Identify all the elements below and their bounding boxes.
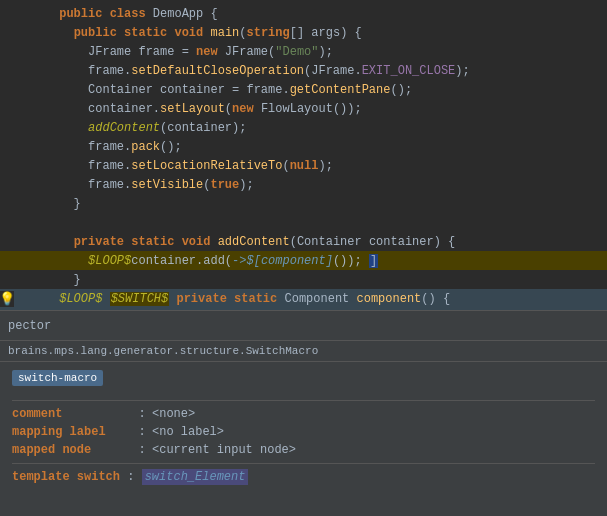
table-row: mapped node : <current input node>: [12, 441, 595, 459]
prop-value-comment: <none>: [152, 405, 595, 423]
template-switch-value: switch_Element: [142, 469, 249, 485]
prop-key-mapping: mapping label: [12, 423, 132, 441]
template-switch-colon: :: [127, 470, 141, 484]
line-content-17: return null;: [14, 297, 603, 311]
prop-key-mapped: mapped node: [12, 441, 132, 459]
prop-value-mapped: <current input node>: [152, 441, 595, 459]
code-editor: public class DemoApp { public static voi…: [0, 0, 607, 310]
prop-colon: :: [132, 423, 152, 441]
prop-value-mapping: <no label>: [152, 423, 595, 441]
divider: [12, 400, 595, 401]
bottom-panel: brains.mps.lang.generator.structure.Swit…: [0, 340, 607, 516]
bottom-content: switch-macro comment : <none> mapping la…: [0, 362, 607, 492]
template-switch-label: template switch: [12, 470, 120, 484]
inspector-label: pector: [8, 319, 51, 333]
code: }: [59, 197, 81, 211]
prop-key-comment: comment: [12, 405, 132, 423]
table-row: mapping label : <no label>: [12, 423, 595, 441]
prop-colon: :: [132, 405, 152, 423]
code-line-11: }: [0, 194, 607, 213]
inspector-bar: pector: [0, 310, 607, 340]
code-line-17: return null;: [0, 308, 607, 310]
bulb-icon: 💡: [0, 291, 14, 307]
prop-colon: :: [132, 441, 152, 459]
property-table: comment : <none> mapping label : <no lab…: [12, 405, 595, 459]
switch-macro-badge: switch-macro: [12, 370, 103, 386]
table-row: comment : <none>: [12, 405, 595, 423]
template-switch-row: template switch : switch_Element: [12, 470, 595, 484]
divider-2: [12, 463, 595, 464]
class-path: brains.mps.lang.generator.structure.Swit…: [0, 341, 607, 362]
